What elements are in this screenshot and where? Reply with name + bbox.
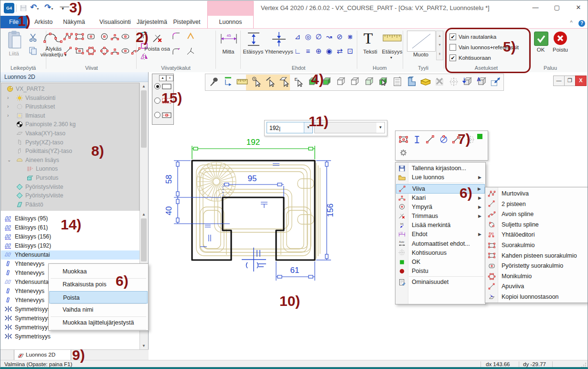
arc-icon[interactable]: [110, 46, 120, 56]
menu-item-tallenna-kirjastoon-[interactable]: Tallenna kirjastoon...: [396, 164, 485, 173]
chamfer-icon[interactable]: [186, 32, 195, 41]
tab-näkymä[interactable]: Näkymä: [59, 16, 89, 28]
tree-item-visualisointi[interactable]: ›Visualisointi: [1, 94, 139, 103]
tab-visualisointi[interactable]: Visualisointi: [93, 16, 137, 28]
menu-item-avoin-spline[interactable]: Avoin spline: [486, 209, 587, 220]
ok-button[interactable]: [534, 32, 548, 46]
menu-item-kopioi-luonnostasoon[interactable]: Kopioi luonnostasoon: [486, 292, 587, 303]
rect2-icon[interactable]: [75, 46, 85, 56]
smart-polyline-icon[interactable]: [43, 31, 64, 44]
constraint-glyph-icon[interactable]: ∅: [314, 33, 323, 41]
tree-item-pysty-xz-taso[interactable]: Pysty(XZ)-taso: [1, 138, 139, 147]
tree-item-vaaka-xy-taso[interactable]: Vaaka(XY)-taso: [1, 129, 139, 138]
remove-part-button[interactable]: Poista osa: [144, 46, 171, 52]
polygon-icon[interactable]: [86, 46, 96, 56]
constraint-item[interactable]: Symmetrisyys: [1, 332, 139, 341]
qat-customize-button[interactable]: ⸺▾: [60, 4, 69, 15]
tree-item-luonnos[interactable]: Luonnos: [1, 164, 139, 174]
tab-luonnos[interactable]: Luonnos: [207, 16, 254, 28]
shape-style-preview[interactable]: [407, 31, 436, 52]
minimize-button[interactable]: —: [528, 2, 543, 13]
redo-button[interactable]: ↷▾: [44, 2, 53, 12]
trim-icon[interactable]: [151, 33, 164, 45]
dimension-192[interactable]: [192, 146, 315, 159]
menu-item-ehdot[interactable]: 11Ehdot▶: [396, 230, 485, 239]
menu-item-poista[interactable]: Poista: [49, 291, 148, 304]
tree-item-piirustukset[interactable]: ›Piirustukset: [1, 102, 139, 111]
menu-item-automaattiset-ehdot-[interactable]: AutoAutomaattiset ehdot...: [396, 239, 485, 249]
tree-chevron-icon[interactable]: ›: [7, 102, 9, 111]
ellipse-icon[interactable]: [120, 32, 130, 42]
tab-järjestelmä[interactable]: Järjestelmä: [132, 16, 172, 28]
constraint-glyph-icon[interactable]: ⊕: [314, 47, 323, 55]
tree-item-py-ristys-viiste[interactable]: Pyöristys/viiste: [1, 183, 139, 192]
dim-text-40[interactable]: 40: [164, 206, 173, 216]
dim-text-58[interactable]: 58: [164, 175, 173, 184]
tree-chevron-icon[interactable]: ›: [7, 111, 9, 120]
menu-item-ominaisuudet[interactable]: Ominaisuudet: [396, 278, 485, 287]
constraint-item[interactable]: Yhdensuuntai: [1, 250, 139, 260]
coincidence-constraint-icon[interactable]: [270, 31, 288, 47]
constraint-glyph-icon[interactable]: ⊡: [345, 47, 355, 55]
paste-button[interactable]: [5, 30, 23, 50]
menu-item-py-ristetty-suorakulmio[interactable]: Pyöristetty suorakulmio: [486, 261, 587, 271]
dimension-note-dropdown-icon[interactable]: ▾: [390, 55, 392, 60]
circle2-icon[interactable]: [99, 46, 109, 56]
dim-text-192[interactable]: 192: [246, 138, 260, 147]
help-icon[interactable]: ?: [578, 20, 585, 27]
constraint-glyph-icon[interactable]: ⊿: [293, 33, 302, 41]
tab-arkisto[interactable]: Arkisto: [29, 16, 58, 28]
fillet-icon[interactable]: [171, 32, 181, 41]
dim-text-61[interactable]: 61: [290, 266, 299, 275]
copy-icon[interactable]: [28, 46, 38, 55]
menu-item-suljettu-spline[interactable]: Suljettu spline: [486, 220, 587, 230]
chamfer2-icon[interactable]: [186, 47, 195, 56]
menu-item-ratkaisusta-pois[interactable]: Ratkaisusta pois: [49, 278, 148, 291]
exit-button[interactable]: [554, 32, 567, 45]
constraint-glyph-icon[interactable]: ◉: [324, 47, 334, 55]
tree-chevron-icon[interactable]: ⌄: [7, 156, 11, 165]
menu-item-ok[interactable]: OK: [396, 258, 485, 267]
resize-grip[interactable]: [581, 362, 587, 368]
close-button[interactable]: ✕: [571, 2, 586, 13]
menu-item-kohtisuoruus[interactable]: Kohtisuoruus: [396, 249, 485, 258]
rrect-icon[interactable]: [86, 32, 96, 42]
constraint-glyph-icon[interactable]: ⋇: [345, 33, 355, 41]
menu-item-suorakulmio[interactable]: Suorakulmio: [486, 240, 587, 251]
arc-icon[interactable]: [110, 32, 120, 42]
save-button[interactable]: [19, 4, 28, 12]
cut-icon[interactable]: [28, 33, 38, 42]
polyline2-icon[interactable]: [63, 32, 73, 42]
ribbon-collapse-icon[interactable]: ^: [568, 20, 575, 26]
tree-item-painopiste-2-360-kg[interactable]: Painopiste 2.360 kg: [1, 120, 139, 129]
menu-item-apuviiva[interactable]: Apuviiva: [486, 282, 587, 292]
mirror-icon[interactable]: [139, 52, 149, 61]
constraint-glyph-icon[interactable]: ↝: [324, 33, 334, 41]
tree-item-aineen-lis-ys[interactable]: ⌄Aineen lisäys: [1, 156, 139, 165]
distance-constraint-icon[interactable]: [246, 31, 261, 47]
menu-item-muokkaa-lajitteluj-rjestyst-[interactable]: Muokkaa lajittelujärjestystä: [49, 316, 148, 329]
line-icon[interactable]: [63, 46, 73, 56]
menu-item-kahden-pisteen-suorakulmio[interactable]: Kahden pisteen suorakulmio: [486, 251, 587, 261]
menu-item-poistu[interactable]: Poistu: [396, 267, 485, 276]
tree-item-ilmiasut[interactable]: ›Ilmiasut: [1, 111, 139, 120]
menu-item-vaihda-nimi[interactable]: Vaihda nimi: [49, 304, 148, 316]
dim-text-95[interactable]: 95: [248, 174, 257, 183]
constraint-glyph-icon[interactable]: ∟: [293, 47, 302, 55]
tree-item-p-st-[interactable]: Päästö: [1, 200, 139, 209]
menu-item-lis-merkint-[interactable]: txtLisää merkintä: [396, 221, 485, 230]
ellipse-icon[interactable]: [120, 46, 130, 56]
menu-item-monikulmio[interactable]: Monikulmio: [486, 271, 587, 282]
constraint-item[interactable]: Etäisyys (192): [1, 241, 139, 250]
menu-item-trimmaus[interactable]: Trimmaus▶: [396, 212, 485, 221]
measure-icon[interactable]: 45: [219, 33, 238, 45]
dimension-note-icon[interactable]: [383, 33, 402, 42]
constraint-glyph-icon[interactable]: ≡: [303, 47, 313, 55]
maximize-button[interactable]: ▢: [550, 2, 564, 13]
tree-chevron-icon[interactable]: ›: [7, 94, 9, 103]
menu-item-lue-luonnos[interactable]: Lue luonnos▶: [396, 173, 485, 182]
dim-text-156[interactable]: 156: [326, 204, 335, 217]
circle-icon[interactable]: [99, 32, 109, 42]
constraint-item[interactable]: Etäisyys (156): [1, 232, 139, 241]
constraint-glyph-icon[interactable]: ◎: [303, 33, 313, 41]
